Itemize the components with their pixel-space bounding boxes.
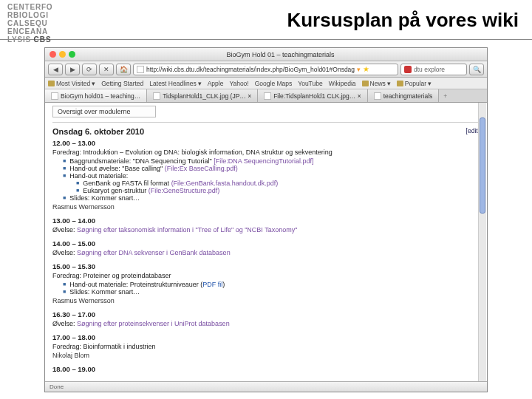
- folder-icon: [362, 81, 369, 86]
- site-icon: [137, 66, 144, 73]
- bookmark-apple[interactable]: Apple: [208, 80, 224, 87]
- exercise-link[interactable]: Søgning efter DNA sekvenser i GenBank da…: [77, 249, 231, 256]
- bookmark-latest-headlines[interactable]: Latest Headlines▾: [149, 80, 201, 87]
- session-block: 13.00 – 14.00 Øvelse: Søgning efter taks…: [52, 216, 480, 233]
- list-item: Hand-out materiale: Proteinstrukturnivea…: [63, 281, 480, 288]
- page-content: Oversigt over modulerne [edit] Onsdag 6.…: [45, 103, 487, 381]
- session-block: 12.00 – 13.00 Foredrag: Introduktion – E…: [52, 139, 480, 211]
- file-link[interactable]: (File:GenBank.fasta.handout.dk.pdf): [171, 180, 279, 187]
- list-item: Hand-out materiale: GenBank og FASTA fil…: [63, 172, 480, 194]
- session-desc: Øvelse: Søgning efter DNA sekvenser i Ge…: [52, 249, 480, 256]
- zoom-window-icon[interactable]: [69, 51, 75, 58]
- list-item: Eukaryot gen-struktur (File:GeneStructur…: [76, 187, 480, 194]
- list-item: Hand-out øvelse: "Base calling" (File:Ex…: [63, 165, 480, 172]
- tab-teachingmaterials[interactable]: teachingmaterials: [368, 89, 440, 102]
- scrollbar-thumb[interactable]: [480, 117, 485, 214]
- overview-box: Oversigt over modulerne: [52, 106, 156, 117]
- time-range: 14.00 – 15.00: [52, 239, 480, 248]
- minimize-window-icon[interactable]: [59, 51, 66, 58]
- bookmark-getting-started[interactable]: Getting Started: [101, 80, 143, 87]
- file-link[interactable]: (File:Ex BaseCalling.pdf): [165, 165, 238, 172]
- forward-button[interactable]: ▶: [65, 64, 80, 75]
- time-range: 18.00 – 19.00: [52, 365, 480, 373]
- time-range: 13.00 – 14.00: [52, 216, 480, 225]
- close-window-icon[interactable]: [50, 51, 56, 58]
- bookmarks-toolbar: Most Visited▾ Getting Started Latest Hea…: [45, 78, 487, 89]
- date-heading: Onsdag 6. oktober 2010: [52, 127, 480, 136]
- session-desc: Øvelse: Søgning efter proteinsekvenser i…: [52, 320, 480, 327]
- session-block: 15.00 – 15.30 Foredrag: Proteiner og pro…: [52, 262, 480, 304]
- bookmark-most-visited[interactable]: Most Visited▾: [48, 80, 95, 87]
- exercise-link[interactable]: Søgning efter taksonomisk information i …: [77, 226, 297, 233]
- new-tab-button[interactable]: +: [439, 89, 451, 102]
- file-link[interactable]: PDF fil: [202, 281, 222, 288]
- window-title: BioGym Hold 01 – teachingmaterials: [78, 51, 482, 58]
- search-box[interactable]: dtu explore: [400, 64, 467, 75]
- session-desc: Øvelse: Søgning efter taksonomisk inform…: [52, 226, 480, 233]
- bookmark-news[interactable]: News▾: [362, 80, 391, 87]
- stop-button[interactable]: ✕: [99, 64, 114, 75]
- tab-icon: [374, 92, 381, 100]
- divider: [52, 122, 480, 123]
- exercise-link[interactable]: Søgning efter proteinsekvenser i UniProt…: [77, 320, 230, 327]
- rss-icon[interactable]: ▾: [357, 66, 361, 73]
- back-button[interactable]: ◀: [48, 64, 63, 75]
- tab-icon: [51, 92, 58, 100]
- tab-tidsplan-jpg[interactable]: TidsplanHold1_CLK.jpg (JP… ×: [147, 89, 258, 102]
- url-text: http://wiki.cbs.dtu.dk/teachingmaterials…: [146, 66, 355, 73]
- session-desc: Foredrag: Bioinformatik i industrien: [52, 343, 480, 350]
- bookmark-yahoo[interactable]: Yahoo!: [229, 80, 248, 87]
- bookmark-wikipedia[interactable]: Wikipedia: [329, 80, 356, 87]
- folder-icon: [397, 81, 403, 86]
- slide-header: CENTERFO RBIOLOGI CALSEQU ENCEANA LYSIS …: [0, 0, 532, 40]
- list-item: Baggrundsmateriale: "DNA Sequencing Tuto…: [63, 157, 480, 165]
- address-bar[interactable]: http://wiki.cbs.dtu.dk/teachingmaterials…: [133, 64, 398, 75]
- session-desc: Foredrag: Proteiner og proteindatabaser: [52, 272, 480, 279]
- slide-title: Kursusplan på vores wiki: [70, 3, 519, 32]
- session-block: 18.00 – 19.00: [52, 365, 480, 373]
- time-range: 12.00 – 13.00: [52, 139, 480, 147]
- reload-button[interactable]: ⟳: [82, 64, 97, 75]
- file-link[interactable]: [File:DNA SequencingTutorial.pdf]: [214, 157, 313, 165]
- scrollbar-track[interactable]: [478, 103, 486, 381]
- tab-strip: BioGym hold01 – teaching… TidsplanHold1_…: [45, 89, 487, 103]
- bookmark-youtube[interactable]: YouTube: [298, 80, 322, 87]
- bookmark-google-maps[interactable]: Google Maps: [255, 80, 293, 87]
- browser-window: BioGym Hold 01 – teachingmaterials ◀ ▶ ⟳…: [44, 47, 488, 392]
- time-range: 16.30 – 17.00: [52, 310, 480, 318]
- window-titlebar: BioGym Hold 01 – teachingmaterials: [45, 48, 487, 61]
- folder-icon: [48, 81, 55, 86]
- tab-icon: [153, 92, 160, 100]
- tab-biogym[interactable]: BioGym hold01 – teaching…: [45, 89, 147, 102]
- bookmark-popular[interactable]: Popular▾: [397, 80, 432, 87]
- presenter: Rasmus Wernersson: [52, 203, 480, 211]
- list-item: Slides: Kommer snart…: [63, 288, 480, 296]
- session-block: 16.30 – 17.00 Øvelse: Søgning efter prot…: [52, 310, 480, 327]
- tab-file-tidsplan[interactable]: File:TidsplanHold1 CLK.jpg… ×: [258, 89, 368, 102]
- time-range: 17.00 – 18.00: [52, 333, 480, 341]
- status-text: Done: [50, 383, 64, 390]
- search-provider-icon: [404, 66, 412, 73]
- session-desc: Foredrag: Introduktion – Evolution og DN…: [52, 149, 480, 156]
- session-block: 14.00 – 15.00 Øvelse: Søgning efter DNA …: [52, 239, 480, 256]
- time-range: 15.00 – 15.30: [52, 262, 480, 270]
- presenter: Rasmus Wernersson: [52, 297, 480, 304]
- list-item: Slides: Kommer snart…: [63, 194, 480, 202]
- presenter: Nikolaj Blom: [52, 352, 480, 359]
- list-item: GenBank og FASTA fil format (File:GenBan…: [76, 180, 480, 187]
- status-bar: Done: [45, 381, 487, 392]
- search-go-button[interactable]: 🔍: [469, 64, 484, 75]
- bookmark-star-icon[interactable]: ★: [363, 65, 369, 73]
- home-button[interactable]: 🏠: [116, 64, 131, 75]
- file-link[interactable]: (File:GeneStructure.pdf): [149, 187, 220, 194]
- cbs-logo: CENTERFO RBIOLOGI CALSEQU ENCEANA LYSIS …: [7, 3, 70, 44]
- search-provider-label: dtu explore: [414, 66, 445, 73]
- session-block: 17.00 – 18.00 Foredrag: Bioinformatik i …: [52, 333, 480, 359]
- tab-icon: [264, 92, 271, 100]
- toolbar: ◀ ▶ ⟳ ✕ 🏠 http://wiki.cbs.dtu.dk/teachin…: [45, 61, 487, 78]
